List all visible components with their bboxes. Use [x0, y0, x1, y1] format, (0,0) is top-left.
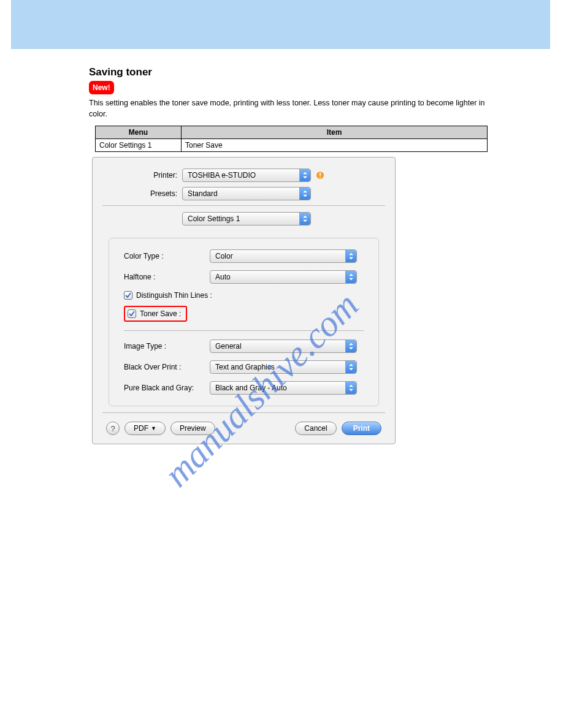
image-type-label: Image Type : [124, 342, 210, 351]
pure-black-gray-value: Black and Gray - Auto [210, 384, 345, 392]
dropdown-arrows-icon [345, 382, 356, 394]
svg-marker-5 [303, 191, 307, 193]
print-button-label: Print [353, 424, 370, 433]
print-button[interactable]: Print [342, 422, 381, 435]
pure-black-gray-select[interactable]: Black and Gray - Auto [210, 381, 357, 395]
preview-button[interactable]: Preview [170, 422, 215, 435]
pane-select[interactable]: Color Settings 1 [182, 212, 311, 226]
section-heading: Saving toner [89, 66, 491, 78]
panel-divider [124, 330, 364, 331]
svg-marker-8 [303, 220, 307, 222]
page-content: Saving toner New! This setting enables t… [89, 66, 491, 444]
settings-table: Menu Item Color Settings 1 Toner Save [95, 126, 488, 152]
help-button[interactable]: ? [106, 422, 120, 435]
printer-label: Printer: [102, 171, 182, 180]
section-description: This setting enables the toner save mode… [89, 98, 491, 119]
header-bar [11, 0, 550, 49]
color-settings-panel: Color Type : Color Halftone : Auto [109, 238, 379, 406]
toner-save-checkbox[interactable]: Toner Save : [128, 309, 181, 318]
color-type-value: Color [210, 252, 345, 260]
halftone-label: Halftone : [124, 273, 210, 281]
black-over-print-select[interactable]: Text and Graphics [210, 360, 357, 374]
distinguish-label: Distinguish Thin Lines : [136, 291, 212, 300]
svg-marker-13 [349, 343, 353, 346]
color-type-label: Color Type : [124, 252, 210, 260]
checkbox-icon [124, 291, 132, 300]
dropdown-arrows-icon [345, 340, 356, 352]
black-over-print-label: Black Over Print : [124, 363, 210, 371]
dropdown-arrows-icon [299, 213, 310, 225]
print-dialog: Printer: TOSHIBA e-STUDIO Presets: Stand… [92, 157, 396, 444]
dropdown-arrows-icon [299, 169, 310, 181]
svg-marker-18 [349, 389, 353, 392]
svg-marker-7 [303, 216, 307, 218]
svg-marker-16 [349, 368, 353, 371]
presets-select[interactable]: Standard [182, 187, 311, 200]
svg-rect-3 [320, 173, 321, 176]
svg-marker-12 [349, 278, 353, 281]
svg-marker-6 [303, 195, 307, 197]
svg-marker-14 [349, 347, 353, 350]
color-type-select[interactable]: Color [210, 249, 357, 263]
pure-black-gray-label: Pure Black and Gray: [124, 384, 210, 392]
halftone-select[interactable]: Auto [210, 270, 357, 284]
svg-marker-9 [349, 253, 353, 256]
cancel-button-label: Cancel [304, 424, 327, 433]
table-cell-item: Toner Save [182, 139, 488, 152]
printer-value: TOSHIBA e-STUDIO [183, 171, 299, 180]
dropdown-arrows-icon [345, 250, 356, 262]
triangle-down-icon: ▼ [151, 425, 156, 431]
halftone-value: Auto [210, 273, 345, 281]
toner-save-label: Toner Save : [140, 309, 181, 318]
toner-save-highlight: Toner Save : [124, 306, 187, 322]
svg-marker-1 [303, 176, 307, 179]
table-header-menu: Menu [96, 126, 182, 139]
divider [102, 412, 385, 413]
dropdown-arrows-icon [299, 188, 310, 200]
svg-marker-0 [303, 172, 307, 175]
image-type-select[interactable]: General [210, 339, 357, 353]
dropdown-arrows-icon [345, 271, 356, 283]
table-row: Color Settings 1 Toner Save [96, 139, 488, 152]
dropdown-arrows-icon [345, 361, 356, 373]
svg-marker-15 [349, 364, 353, 366]
warning-icon [316, 171, 324, 180]
presets-label: Presets: [102, 189, 182, 198]
svg-marker-10 [349, 257, 353, 260]
distinguish-thin-lines-checkbox[interactable]: Distinguish Thin Lines : [124, 291, 364, 300]
table-header-item: Item [182, 126, 488, 139]
svg-marker-11 [349, 274, 353, 276]
pdf-button-label: PDF [134, 424, 148, 433]
printer-select[interactable]: TOSHIBA e-STUDIO [182, 169, 311, 182]
pdf-button[interactable]: PDF ▼ [124, 422, 166, 435]
checkbox-icon [128, 309, 136, 318]
pane-value: Color Settings 1 [183, 214, 299, 223]
presets-value: Standard [183, 189, 299, 198]
preview-button-label: Preview [180, 424, 206, 433]
black-over-print-value: Text and Graphics [210, 363, 345, 371]
cancel-button[interactable]: Cancel [295, 422, 336, 435]
new-badge: New! [89, 81, 114, 94]
svg-marker-17 [349, 385, 353, 387]
divider [102, 205, 385, 206]
image-type-value: General [210, 342, 345, 351]
dialog-button-row: ? PDF ▼ Preview Cancel Print [102, 419, 385, 436]
table-cell-menu: Color Settings 1 [96, 139, 182, 152]
svg-rect-4 [320, 177, 321, 178]
